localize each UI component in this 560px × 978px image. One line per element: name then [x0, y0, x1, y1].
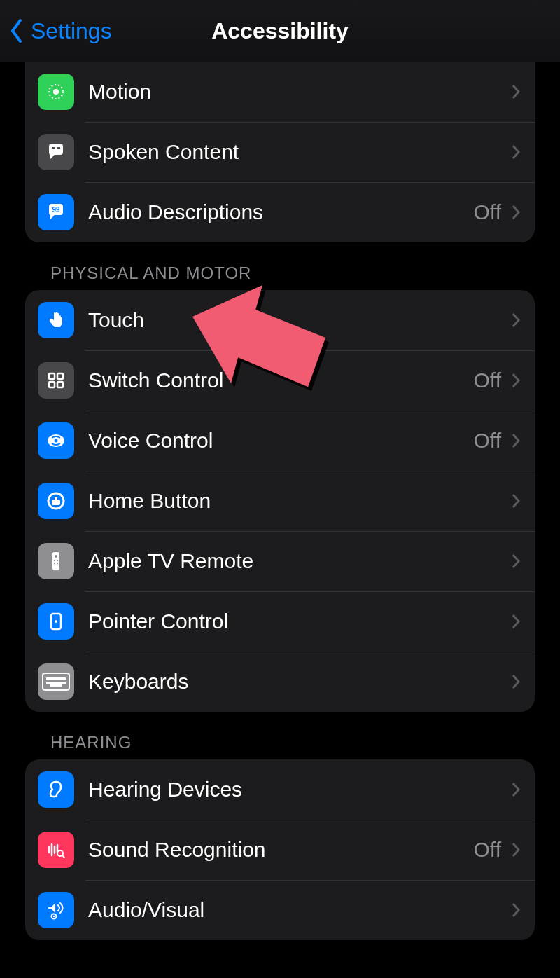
chevron-right-icon	[511, 432, 521, 449]
svg-point-21	[55, 620, 57, 623]
row-label: Switch Control	[88, 369, 474, 392]
nav-bar: Settings Accessibility	[0, 0, 560, 62]
settings-content: Motion Spoken Content 99 Audio Descripti…	[0, 62, 560, 940]
chevron-right-icon	[511, 553, 521, 570]
svg-rect-2	[52, 147, 55, 149]
svg-rect-7	[49, 382, 55, 387]
chevron-right-icon	[511, 372, 521, 389]
chevron-right-icon	[511, 83, 521, 100]
chevron-left-icon	[10, 18, 24, 43]
quotes-icon: 99	[38, 194, 74, 230]
row-label: Voice Control	[88, 429, 474, 453]
chevron-right-icon	[511, 204, 521, 221]
sound-rec-icon	[38, 832, 74, 868]
svg-point-19	[57, 563, 58, 564]
chevron-right-icon	[511, 613, 521, 630]
svg-rect-5	[49, 373, 55, 379]
audio-descriptions-row[interactable]: 99 Audio Descriptions Off	[25, 182, 535, 242]
touch-icon	[38, 302, 74, 338]
svg-rect-3	[57, 147, 60, 149]
settings-group-physical: Touch Switch Control Off Voice Control O…	[25, 290, 535, 712]
audio-visual-row[interactable]: Audio/Visual	[25, 880, 535, 940]
svg-point-16	[54, 560, 55, 561]
svg-point-1	[53, 89, 59, 95]
settings-group-hearing: Hearing Devices Sound Recognition Off Au…	[25, 759, 535, 940]
chevron-right-icon	[511, 673, 521, 690]
keyboards-row[interactable]: Keyboards	[25, 652, 535, 712]
settings-group-0: Motion Spoken Content 99 Audio Descripti…	[25, 62, 535, 242]
switch-control-row[interactable]: Switch Control Off	[25, 350, 535, 411]
svg-point-10	[55, 439, 58, 443]
motion-row[interactable]: Motion	[25, 62, 535, 122]
row-label: Hearing Devices	[88, 778, 511, 801]
row-label: Motion	[88, 80, 511, 104]
pointer-icon	[38, 603, 74, 640]
row-value: Off	[474, 369, 501, 392]
back-label: Settings	[31, 18, 112, 44]
chevron-right-icon	[511, 312, 521, 329]
hearing-devices-row[interactable]: Hearing Devices	[25, 759, 535, 820]
svg-rect-12	[52, 500, 60, 505]
row-label: Audio/Visual	[88, 898, 511, 922]
remote-icon	[38, 543, 74, 579]
voice-icon	[38, 422, 74, 459]
speech-icon	[38, 134, 74, 170]
svg-line-27	[62, 855, 64, 858]
section-header-hearing: HEARING	[0, 712, 560, 759]
keyboard-icon	[38, 663, 74, 700]
back-button[interactable]: Settings	[10, 18, 112, 44]
row-label: Apple TV Remote	[88, 549, 511, 573]
row-value: Off	[474, 429, 501, 453]
grid-icon	[38, 362, 74, 399]
chevron-right-icon	[511, 781, 521, 798]
row-label: Sound Recognition	[88, 838, 474, 862]
svg-point-17	[57, 560, 58, 561]
chevron-right-icon	[511, 493, 521, 509]
touch-row[interactable]: Touch	[25, 290, 535, 350]
svg-text:99: 99	[52, 206, 60, 214]
row-label: Spoken Content	[88, 140, 511, 164]
voice-control-row[interactable]: Voice Control Off	[25, 411, 535, 471]
row-label: Home Button	[88, 489, 511, 513]
sound-recognition-row[interactable]: Sound Recognition Off	[25, 820, 535, 880]
svg-rect-6	[57, 373, 63, 379]
motion-icon	[38, 74, 74, 110]
svg-rect-14	[52, 552, 59, 570]
apple-tv-remote-row[interactable]: Apple TV Remote	[25, 531, 535, 591]
av-icon	[38, 892, 74, 928]
home-button-row[interactable]: Home Button	[25, 471, 535, 531]
chevron-right-icon	[511, 902, 521, 918]
row-label: Audio Descriptions	[88, 200, 474, 224]
row-value: Off	[474, 838, 501, 862]
chevron-right-icon	[511, 841, 521, 858]
svg-point-15	[55, 555, 57, 558]
row-label: Keyboards	[88, 670, 511, 694]
row-label: Pointer Control	[88, 609, 511, 633]
home-icon	[38, 483, 74, 519]
section-header-physical: PHYSICAL AND MOTOR	[0, 242, 560, 290]
svg-rect-13	[55, 497, 57, 500]
ear-icon	[38, 771, 74, 808]
svg-point-18	[54, 563, 55, 564]
row-value: Off	[474, 200, 501, 224]
svg-rect-8	[57, 382, 63, 387]
svg-point-29	[53, 916, 55, 917]
pointer-control-row[interactable]: Pointer Control	[25, 591, 535, 652]
chevron-right-icon	[511, 144, 521, 160]
spoken-content-row[interactable]: Spoken Content	[25, 122, 535, 182]
row-label: Touch	[88, 308, 511, 332]
